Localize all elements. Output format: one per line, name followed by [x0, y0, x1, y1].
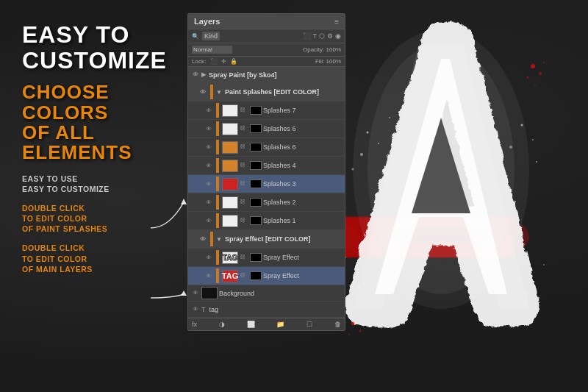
lock-pixel-icon[interactable]: ⬛ — [210, 58, 218, 65]
orange-strip-s2 — [216, 195, 219, 210]
new-layer-button[interactable]: ☐ — [306, 321, 312, 328]
layer-splashes-4[interactable]: 👁 ⛓ Splashes 4 — [188, 157, 345, 175]
layer-splashes-6b[interactable]: 👁 ⛓ Splashes 6 — [188, 138, 345, 157]
mask-s1 — [250, 216, 262, 225]
visibility-icon-se[interactable]: 👁 — [198, 235, 207, 243]
mask-s6b — [250, 143, 262, 152]
background-layer[interactable]: 👁 Background — [188, 285, 345, 302]
svg-point-28 — [348, 334, 350, 335]
lock-all-icon[interactable]: 🔒 — [230, 58, 237, 65]
blend-mode-row: Normal Opacity: 100% — [188, 43, 345, 57]
group-layer-button[interactable]: 📁 — [276, 321, 284, 328]
visibility-icon-s4[interactable]: 👁 — [204, 161, 213, 170]
layers-menu-icon[interactable]: ≡ — [334, 18, 339, 26]
root-group-layer[interactable]: 👁 ▶ Spray Paint [by Sko4] — [188, 67, 345, 83]
layers-title-bar: Layers ≡ — [188, 14, 345, 29]
visibility-icon-se2[interactable]: 👁 — [204, 271, 213, 280]
chain-icon-s3: ⛓ — [240, 180, 247, 188]
adjustment-layer-button[interactable]: ◑ — [219, 321, 225, 328]
orange-strip — [210, 85, 213, 99]
visibility-icon-s6a[interactable]: 👁 — [204, 124, 213, 133]
thumb-s1 — [222, 215, 238, 227]
double-click-splashes-text: DOUBLE CLICK TO EDIT COLOR OF PAINT SPLA… — [22, 203, 169, 235]
chain-icon-se1: ⛓ — [240, 254, 247, 261]
chain-icon-s6a: ⛓ — [240, 125, 247, 132]
thumb-s6a — [222, 123, 238, 135]
search-kind-dropdown[interactable]: Kind — [202, 32, 220, 40]
orange-strip-s6b — [216, 140, 219, 154]
blend-mode-select[interactable]: Normal — [192, 46, 232, 54]
layer-name-s2: Splashes 2 — [263, 199, 342, 206]
svg-point-13 — [521, 124, 523, 126]
search-filter-icons: ⬛ T ⬡ ⚙ ◉ — [303, 32, 342, 40]
paint-splashes-group[interactable]: 👁 ▼ Paint Splashes [EDIT COLOR] — [188, 83, 345, 101]
layer-splashes-1[interactable]: 👁 ⛓ Splashes 1 — [188, 212, 345, 230]
choose-colors-text: CHOOSE COLORS OF ALL ELEMENTS — [22, 82, 169, 163]
chain-icon-s6b: ⛓ — [240, 143, 247, 151]
tag-text-layer[interactable]: 👁 T tag — [188, 302, 345, 318]
svg-point-10 — [360, 153, 363, 156]
lock-row: Lock: ⬛ ✛ 🔒 Fill: 100% — [188, 57, 345, 67]
layer-name-s4: Splashes 4 — [263, 162, 342, 169]
chain-icon-s7: ⛓ — [240, 107, 247, 114]
filter-type-icon[interactable]: T — [313, 32, 318, 40]
fx-button[interactable]: fx — [192, 321, 197, 328]
left-panel: EASY TO CUSTOMIZE CHOOSE COLORS OF ALL E… — [22, 22, 169, 283]
splashes-folder-icon: ▼ — [216, 89, 222, 96]
visibility-icon-s6b[interactable]: 👁 — [204, 143, 213, 152]
main-title: EASY TO CUSTOMIZE — [22, 22, 169, 74]
spray-effect-layer-2[interactable]: 👁 TAG ⛓ Spray Effect — [188, 267, 345, 285]
layer-mask-button[interactable]: ⬜ — [247, 321, 255, 328]
visibility-icon-s3[interactable]: 👁 — [204, 179, 213, 188]
thumb-bg — [201, 287, 218, 299]
layer-name-se1: Spray Effect — [263, 254, 342, 261]
spray-paint-canvas — [309, 0, 588, 392]
visibility-icon-se1[interactable]: 👁 — [204, 253, 213, 262]
fill-label: Fill: 100% — [315, 58, 341, 65]
tag-label-1: TAG — [223, 254, 237, 262]
svg-point-17 — [358, 286, 360, 288]
layers-panel-title: Layers — [194, 17, 220, 26]
layers-bottom-toolbar: fx ◑ ⬜ 📁 ☐ 🗑 — [188, 318, 345, 330]
svg-point-12 — [352, 168, 354, 171]
layer-splashes-2[interactable]: 👁 ⛓ Splashes 2 — [188, 193, 345, 212]
layer-name-s7: Splashes 7 — [263, 107, 342, 114]
thumb-s7 — [222, 104, 238, 117]
mask-se2 — [250, 271, 262, 280]
chain-icon-se2: ⛓ — [240, 272, 247, 279]
spray-effect-group[interactable]: 👁 ▼ Spray Effect [EDIT COLOR] — [188, 230, 345, 249]
visibility-icon-s1[interactable]: 👁 — [204, 216, 213, 225]
svg-point-8 — [367, 132, 369, 134]
visibility-icon-s7[interactable]: 👁 — [204, 106, 213, 115]
svg-point-18 — [525, 293, 527, 296]
layer-name-tag: tag — [209, 306, 343, 313]
layer-splashes-6a[interactable]: 👁 ⛓ Splashes 6 — [188, 120, 345, 138]
folder-icon: ▶ — [201, 71, 206, 78]
visibility-icon-tag[interactable]: 👁 — [191, 305, 200, 314]
thumb-s6b — [222, 141, 238, 154]
visibility-icon-s2[interactable]: 👁 — [204, 198, 213, 207]
lock-move-icon[interactable]: ✛ — [221, 58, 226, 65]
spray-effect-layer-1[interactable]: 👁 TAG ⛓ Spray Effect — [188, 249, 345, 267]
visibility-icon-splashes[interactable]: 👁 — [198, 88, 207, 96]
filter-shape-icon[interactable]: ⬡ — [319, 32, 325, 40]
double-click-main-text: DOUBLE CLICK TO EDIT COLOR OF MAIN LAYER… — [22, 243, 169, 274]
layers-panel: Layers ≡ 🔍 Kind ⬛ T ⬡ ⚙ ◉ Normal Opacity… — [187, 13, 345, 331]
layer-name-bg: Background — [219, 290, 342, 297]
mask-se1 — [250, 253, 262, 262]
visibility-icon-bg[interactable]: 👁 — [191, 289, 200, 298]
root-group-name: Spray Paint [by Sko4] — [209, 71, 342, 79]
layer-splashes-3[interactable]: 👁 ⛓ Splashes 3 — [188, 175, 345, 193]
visibility-icon[interactable]: 👁 — [191, 71, 200, 79]
delete-layer-button[interactable]: 🗑 — [334, 321, 341, 328]
filter-toggle[interactable]: ◉ — [335, 32, 341, 40]
orange-strip-s4 — [216, 158, 219, 173]
layers-search-bar: 🔍 Kind ⬛ T ⬡ ⚙ ◉ — [188, 29, 345, 43]
filter-smart-icon[interactable]: ⚙ — [327, 32, 333, 40]
mask-s2 — [250, 198, 262, 207]
orange-strip-se2 — [216, 268, 219, 283]
layer-splashes-7[interactable]: 👁 ⛓ Splashes 7 — [188, 101, 345, 120]
filter-pixel-icon[interactable]: ⬛ — [303, 32, 311, 40]
orange-strip-s1 — [216, 213, 219, 228]
mask-s3 — [250, 179, 262, 188]
